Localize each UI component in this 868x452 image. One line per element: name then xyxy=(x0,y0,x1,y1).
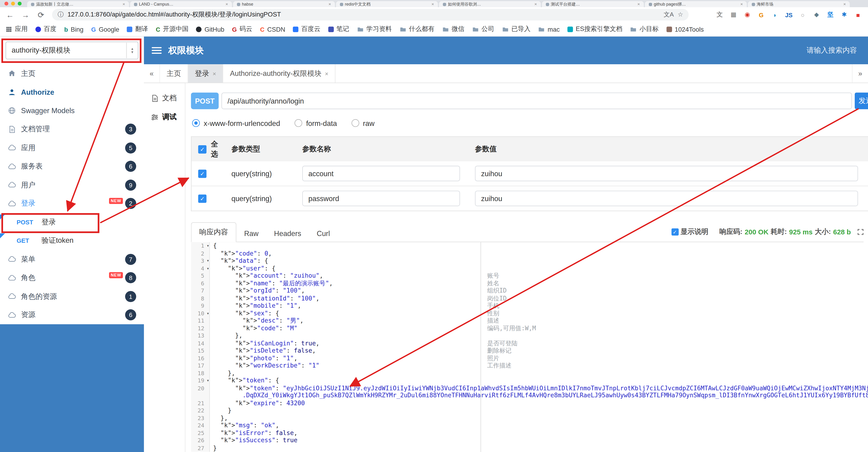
doc-tab-2[interactable]: Authorize-authority-权限模块× xyxy=(223,64,336,83)
fold-caret-icon[interactable]: ▾ xyxy=(207,257,209,265)
maximize-window-icon[interactable] xyxy=(18,2,22,6)
shield-icon[interactable]: ◆ xyxy=(812,10,821,19)
tab-close-icon[interactable]: × xyxy=(843,2,846,6)
response-tab-2[interactable]: Headers xyxy=(266,225,309,242)
translate-icon[interactable]: 文 xyxy=(715,10,724,19)
param-value-input[interactable] xyxy=(475,191,858,206)
bookmark-item[interactable]: 百度 xyxy=(35,25,56,33)
doc-tab-0[interactable]: 主页 xyxy=(160,64,188,83)
sidebar-item-home[interactable]: 主页 xyxy=(0,64,144,83)
fold-caret-icon[interactable]: ▾ xyxy=(207,377,209,384)
bookmark-star-icon[interactable]: ☆ xyxy=(678,11,683,19)
body-type-option-0[interactable]: x-www-form-urlencoded xyxy=(192,119,280,127)
body-type-option-1[interactable]: form-data xyxy=(294,119,337,127)
sidebar-item-authorize[interactable]: Authorize xyxy=(0,83,144,102)
sidebar-item-post-login[interactable]: POST登录 xyxy=(0,213,144,231)
browser-tab[interactable]: 温故知新丨立志做…× xyxy=(27,1,129,7)
param-checkbox[interactable]: ✓ xyxy=(198,169,207,178)
reload-button[interactable]: ⟳ xyxy=(36,10,45,19)
bookmark-item[interactable]: 1024Tools xyxy=(666,26,704,33)
tab-close-icon[interactable]: × xyxy=(225,2,228,6)
response-tab-3[interactable]: Curl xyxy=(309,225,338,242)
bookmark-item[interactable]: G码云 xyxy=(232,25,252,33)
sidebar-item-resource[interactable]: 资源6 xyxy=(0,306,144,324)
tab-close-icon[interactable]: × xyxy=(329,2,331,6)
bookmark-item[interactable]: 公司 xyxy=(472,25,494,33)
red-ext-icon[interactable]: ■ xyxy=(854,10,862,19)
doc-nav-document[interactable]: 文档 xyxy=(144,89,185,108)
response-tab-1[interactable]: Raw xyxy=(237,225,267,242)
bookmark-item[interactable]: 应用 xyxy=(6,25,28,33)
close-window-icon[interactable] xyxy=(4,2,8,6)
tabs-scroll-left-icon[interactable]: « xyxy=(144,64,160,83)
sidebar-item-doc-manage[interactable]: 文档管理3 xyxy=(0,120,144,139)
tabs-scroll-right-icon[interactable]: » xyxy=(852,64,868,83)
bookmark-item[interactable]: bBing xyxy=(64,26,84,33)
minimize-window-icon[interactable] xyxy=(11,2,15,6)
param-value-input[interactable] xyxy=(475,166,858,181)
camera-icon[interactable]: ◉ xyxy=(743,10,752,19)
tab-close-icon[interactable]: × xyxy=(534,2,537,6)
param-name-input[interactable] xyxy=(302,191,460,206)
sidebar-item-role[interactable]: 角色NEW8 xyxy=(0,269,144,287)
request-url-input[interactable]: /api/authority/anno/login xyxy=(221,93,852,109)
bookmark-item[interactable]: C开源中国 xyxy=(156,25,188,33)
body-type-option-2[interactable]: raw xyxy=(351,119,374,127)
site-info-icon[interactable]: ⓘ xyxy=(58,10,64,19)
send-button[interactable]: 发送 xyxy=(855,93,868,109)
sidebar-item-role-resource[interactable]: 角色的资源1 xyxy=(0,287,144,306)
tab-close-icon[interactable]: × xyxy=(740,2,743,6)
browser-tab[interactable]: github pages绑…× xyxy=(645,1,747,7)
bookmark-item[interactable]: 已导入 xyxy=(502,25,530,33)
header-search-input[interactable]: 请输入搜索内容 xyxy=(807,46,860,55)
select-all-checkbox[interactable]: ✓ xyxy=(198,145,207,153)
bookmark-item[interactable]: 学习资料 xyxy=(357,25,392,33)
collection-icon[interactable]: ▦ xyxy=(729,10,738,19)
bookmark-item[interactable]: 微信 xyxy=(442,25,464,33)
snowflake-icon[interactable]: ✱ xyxy=(840,10,849,19)
browser-tab[interactable]: habse× xyxy=(233,1,335,7)
menu-toggle-icon[interactable] xyxy=(152,47,162,54)
sidebar-item-app[interactable]: 应用5 xyxy=(0,139,144,157)
browser-tab[interactable]: redis中文文档× xyxy=(336,1,438,7)
bookmark-item[interactable]: CCSDN xyxy=(260,26,285,33)
tab-close-icon[interactable]: × xyxy=(431,2,434,6)
doc-tab-1[interactable]: 登录× xyxy=(188,64,223,83)
sidebar-item-menu[interactable]: 菜单7 xyxy=(0,250,144,269)
bookmark-item[interactable]: 翻译 xyxy=(127,25,148,33)
docker-icon[interactable]: ◗ xyxy=(771,10,779,19)
sidebar-item-swagger-models[interactable]: Swagger Models xyxy=(0,102,144,120)
translate-page-icon[interactable]: 文A xyxy=(664,10,674,19)
tab-close-icon[interactable]: × xyxy=(638,2,640,6)
bookmark-item[interactable]: GGoogle xyxy=(91,26,119,33)
browser-tab[interactable]: 如何使用谷歌浏…× xyxy=(439,1,541,7)
bookmark-item[interactable]: 百度云 xyxy=(293,25,320,33)
address-bar[interactable]: ⓘ 127.0.0.1:8760/api/gate/doc.html#/auth… xyxy=(52,9,689,21)
bookmark-item[interactable]: 什么都有 xyxy=(400,25,434,33)
tab-close-icon[interactable]: × xyxy=(123,2,125,6)
google-icon[interactable]: G xyxy=(757,10,766,19)
nutstore-icon[interactable]: 坚 xyxy=(826,10,835,19)
bookmark-item[interactable]: 小目标 xyxy=(630,25,659,33)
circle-icon[interactable]: ○ xyxy=(798,10,807,19)
forward-button[interactable]: → xyxy=(21,10,30,19)
module-select[interactable]: authority-权限模块 ▲▼ xyxy=(6,42,138,59)
bookmark-item[interactable]: ES搜索引擎文档 xyxy=(567,25,622,33)
doc-nav-debug[interactable]: 调试 xyxy=(144,108,185,126)
sidebar-item-login[interactable]: 登录NEW2 xyxy=(0,194,144,213)
response-tab-0[interactable]: 响应内容 xyxy=(191,222,237,242)
fold-caret-icon[interactable]: ▾ xyxy=(207,242,209,250)
tab-close-icon[interactable]: × xyxy=(213,70,216,77)
sidebar-item-user[interactable]: 用户9 xyxy=(0,176,144,194)
bookmark-item[interactable]: 笔记 xyxy=(328,25,349,33)
show-desc-checkbox[interactable]: ✓ xyxy=(671,228,678,235)
param-name-input[interactable] xyxy=(302,166,460,181)
browser-tab[interactable]: LAND - Campus…× xyxy=(130,1,232,7)
param-checkbox[interactable]: ✓ xyxy=(198,194,207,203)
bookmark-item[interactable]: GitHub xyxy=(196,26,224,33)
fold-caret-icon[interactable]: ▾ xyxy=(207,310,209,317)
fullscreen-icon[interactable] xyxy=(858,229,864,235)
window-controls[interactable] xyxy=(3,2,26,7)
browser-tab[interactable]: 测试平台搭建…× xyxy=(542,1,644,7)
sidebar-item-service-table[interactable]: 服务表6 xyxy=(0,157,144,176)
